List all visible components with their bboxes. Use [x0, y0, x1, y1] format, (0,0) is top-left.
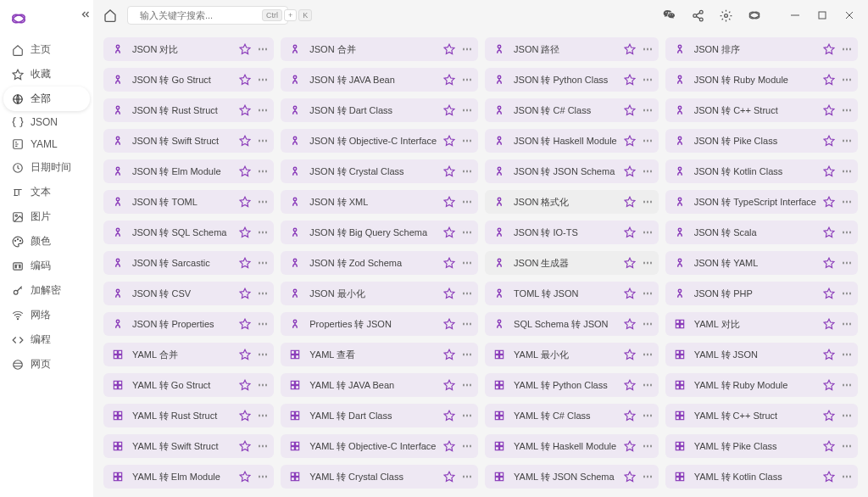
favorite-button[interactable]	[239, 165, 251, 177]
tool-card[interactable]: JSON 转 Dart Class⋯	[281, 98, 478, 122]
more-button[interactable]: ⋯	[462, 257, 473, 269]
more-button[interactable]: ⋯	[258, 318, 269, 330]
favorite-button[interactable]	[239, 379, 251, 391]
more-button[interactable]: ⋯	[258, 257, 269, 269]
favorite-button[interactable]	[239, 104, 251, 116]
tool-card[interactable]: TOML 转 JSON⋯	[485, 282, 659, 305]
favorite-button[interactable]	[624, 349, 636, 360]
more-button[interactable]: ⋯	[643, 349, 654, 360]
more-button[interactable]: ⋯	[258, 379, 269, 391]
tool-card[interactable]: YAML 转 C++ Struct⋯	[665, 404, 858, 427]
more-button[interactable]: ⋯	[842, 471, 853, 483]
window-minimize[interactable]	[783, 5, 807, 25]
more-button[interactable]: ⋯	[643, 379, 654, 391]
favorite-button[interactable]	[624, 318, 636, 330]
favorite-button[interactable]	[823, 410, 835, 422]
settings-icon[interactable]	[716, 6, 736, 25]
more-button[interactable]: ⋯	[462, 165, 473, 177]
tool-card[interactable]: YAML 转 Ruby Module⋯	[665, 373, 858, 397]
favorite-button[interactable]	[823, 135, 835, 147]
more-button[interactable]: ⋯	[462, 74, 473, 86]
favorite-button[interactable]	[443, 196, 455, 208]
more-button[interactable]: ⋯	[643, 43, 654, 55]
favorite-button[interactable]	[823, 104, 835, 116]
search-box[interactable]: Ctrl+K	[127, 6, 288, 25]
more-button[interactable]: ⋯	[842, 379, 853, 391]
favorite-button[interactable]	[239, 226, 251, 238]
more-button[interactable]: ⋯	[462, 349, 473, 360]
favorite-button[interactable]	[624, 135, 636, 147]
favorite-button[interactable]	[443, 440, 455, 452]
favorite-button[interactable]	[624, 440, 636, 452]
sidebar-item-4[interactable]: YAML	[3, 133, 90, 155]
tool-card[interactable]: JSON 合并⋯	[281, 37, 478, 61]
favorite-button[interactable]	[443, 74, 455, 86]
favorite-button[interactable]	[239, 440, 251, 452]
tool-card[interactable]: JSON 转 Sarcastic⋯	[103, 251, 274, 275]
tool-card[interactable]: YAML 转 Kotlin Class⋯	[665, 465, 858, 489]
favorite-button[interactable]	[239, 471, 251, 483]
more-button[interactable]: ⋯	[258, 410, 269, 422]
favorite-button[interactable]	[443, 257, 455, 269]
more-button[interactable]: ⋯	[462, 379, 473, 391]
favorite-button[interactable]	[443, 43, 455, 55]
tool-card[interactable]: JSON 转 CSV⋯	[103, 282, 274, 305]
tool-card[interactable]: YAML 转 C# Class⋯	[485, 404, 659, 427]
tool-card[interactable]: JSON 排序⋯	[665, 37, 858, 61]
favorite-button[interactable]	[624, 379, 636, 391]
sidebar-item-5[interactable]: 日期时间	[3, 155, 90, 180]
tool-card[interactable]: JSON 格式化⋯	[485, 190, 659, 214]
tool-card[interactable]: JSON 转 Properties⋯	[103, 312, 274, 336]
favorite-button[interactable]	[624, 471, 636, 483]
tool-card[interactable]: JSON 转 Haskell Module⋯	[485, 129, 659, 153]
sidebar-item-6[interactable]: 文本	[3, 180, 90, 204]
favorite-button[interactable]	[823, 165, 835, 177]
sidebar-item-2[interactable]: 全部	[3, 87, 90, 111]
more-button[interactable]: ⋯	[643, 410, 654, 422]
tool-card[interactable]: YAML 对比⋯	[665, 312, 858, 336]
sidebar-item-1[interactable]: 收藏	[3, 62, 90, 87]
more-button[interactable]: ⋯	[258, 165, 269, 177]
more-button[interactable]: ⋯	[643, 318, 654, 330]
more-button[interactable]: ⋯	[258, 471, 269, 483]
more-button[interactable]: ⋯	[842, 196, 853, 208]
wechat-icon[interactable]	[659, 5, 680, 25]
more-button[interactable]: ⋯	[462, 104, 473, 116]
favorite-button[interactable]	[823, 318, 835, 330]
tool-card[interactable]: JSON 转 Big Query Schema⋯	[281, 221, 478, 244]
more-button[interactable]: ⋯	[462, 226, 473, 238]
tool-card[interactable]: JSON 转 Objective-C Interface⋯	[281, 129, 478, 153]
more-button[interactable]: ⋯	[842, 165, 853, 177]
favorite-button[interactable]	[443, 104, 455, 116]
tool-card[interactable]: JSON 转 Kotlin Class⋯	[665, 159, 858, 183]
more-button[interactable]: ⋯	[842, 135, 853, 147]
favorite-button[interactable]	[624, 410, 636, 422]
tool-card[interactable]: JSON 转 Elm Module⋯	[103, 159, 274, 183]
favorite-button[interactable]	[239, 74, 251, 86]
more-button[interactable]: ⋯	[842, 410, 853, 422]
more-button[interactable]: ⋯	[462, 318, 473, 330]
tool-card[interactable]: YAML 合并⋯	[103, 343, 274, 366]
more-button[interactable]: ⋯	[842, 440, 853, 452]
favorite-button[interactable]	[624, 74, 636, 86]
more-button[interactable]: ⋯	[258, 74, 269, 86]
more-button[interactable]: ⋯	[462, 135, 473, 147]
favorite-button[interactable]	[239, 43, 251, 55]
sidebar-item-10[interactable]: 加解密	[3, 278, 90, 303]
favorite-button[interactable]	[624, 226, 636, 238]
tool-card[interactable]: JSON 路径⋯	[485, 37, 659, 61]
tool-card[interactable]: YAML 转 Go Struct⋯	[103, 373, 274, 397]
more-button[interactable]: ⋯	[258, 226, 269, 238]
more-button[interactable]: ⋯	[842, 257, 853, 269]
tool-card[interactable]: YAML 转 Elm Module⋯	[103, 465, 274, 489]
tool-card[interactable]: YAML 转 Swift Struct⋯	[103, 434, 274, 458]
favorite-button[interactable]	[239, 135, 251, 147]
sidebar-item-11[interactable]: 网络	[3, 303, 90, 327]
sidebar-item-3[interactable]: JSON	[3, 111, 90, 133]
favorite-button[interactable]	[823, 43, 835, 55]
home-button[interactable]	[100, 5, 120, 25]
sidebar-item-9[interactable]: 编码	[3, 254, 90, 278]
more-button[interactable]: ⋯	[258, 440, 269, 452]
more-button[interactable]: ⋯	[462, 288, 473, 299]
more-button[interactable]: ⋯	[643, 135, 654, 147]
